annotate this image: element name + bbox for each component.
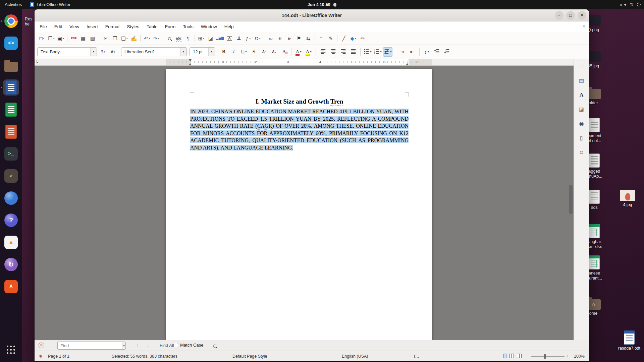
insert-field-button[interactable]: ƒ▾ <box>244 34 253 43</box>
clock[interactable]: Jun 4 10:59 <box>308 0 336 9</box>
insert-special-character-button[interactable]: Ω▾ <box>253 34 262 43</box>
menu-table[interactable]: Table <box>143 21 161 32</box>
insert-endnote-button[interactable]: aⁿ <box>285 34 294 43</box>
font-name-combobox[interactable]: Liberation Serif ▾ <box>121 47 187 56</box>
dock-item-gimp[interactable]: ✐ <box>3 168 19 184</box>
sidebar-properties-button[interactable]: ▤ <box>577 75 587 85</box>
title-bar[interactable]: 144.odt - LibreOffice Writer − □ ✕ <box>35 9 589 21</box>
dropdown-arrow-icon[interactable]: ▾ <box>370 50 371 53</box>
no-list-button[interactable]: ▾ <box>383 47 392 57</box>
dock-item-ubuntu-software[interactable]: A <box>3 279 19 295</box>
match-case-checkbox[interactable]: Match Case <box>174 343 203 348</box>
menu-styles[interactable]: Styles <box>123 21 143 32</box>
dropdown-arrow-icon[interactable]: ▾ <box>53 37 55 40</box>
insert-bookmark-button[interactable]: ⚑ <box>294 34 304 43</box>
zoom-slider[interactable] <box>531 356 565 357</box>
decrease-indent-button[interactable]: ⇤ <box>408 47 417 57</box>
find-input[interactable] <box>58 342 122 349</box>
line-spacing-button[interactable]: ↕▾ <box>422 47 431 57</box>
dock-item-help[interactable]: ? <box>3 212 19 228</box>
copy-button[interactable]: ❐ <box>110 34 120 43</box>
insert-text-box-button[interactable]: A <box>225 34 234 43</box>
document-text[interactable]: I. Market Size and Growth Tren IN 2023, … <box>190 93 409 151</box>
word-count-field[interactable]: Selected: 55 words, 383 characters <box>112 354 177 359</box>
menu-help[interactable]: Help <box>221 21 237 32</box>
update-style-button[interactable]: ↻ <box>98 47 108 57</box>
insert-page-break-button[interactable]: ⇊ <box>234 34 244 43</box>
menu-window[interactable]: Window <box>197 21 221 32</box>
dock-item-software-updater[interactable]: ↻ <box>3 256 19 273</box>
menu-view[interactable]: View <box>66 21 83 32</box>
page-number-field[interactable]: Page 1 of 1 <box>48 354 69 359</box>
font-color-button[interactable]: A▾ <box>294 47 303 57</box>
menu-format[interactable]: Format <box>102 21 123 32</box>
insert-mode-field[interactable]: I… <box>414 354 419 359</box>
insert-table-button[interactable]: ⊞▾ <box>197 34 206 43</box>
language-field[interactable]: English (USA) <box>342 354 368 359</box>
insert-image-button[interactable]: ◪ <box>206 34 215 43</box>
find-all-button[interactable]: Find All <box>160 343 174 348</box>
paste-button[interactable]: ❑▾ <box>120 34 129 43</box>
sidebar-accessibility-check-button[interactable]: ☺ <box>577 147 587 158</box>
menu-file[interactable]: File <box>36 21 51 32</box>
insert-chart-button[interactable]: ▂▅▇ <box>215 34 225 43</box>
dropdown-arrow-icon[interactable]: ▾ <box>300 50 301 53</box>
superscript-button[interactable]: A² <box>259 47 269 57</box>
find-and-replace-button[interactable] <box>165 34 174 43</box>
dock-item-web-browser[interactable] <box>3 190 19 206</box>
find-and-replace-button[interactable] <box>213 343 216 349</box>
export-pdf-button[interactable]: PDF <box>69 34 78 43</box>
dropdown-arrow-icon[interactable]: ▾ <box>390 50 391 53</box>
page-style-field[interactable]: Default Page Style <box>232 354 267 359</box>
dropdown-arrow-icon[interactable]: ▾ <box>149 37 150 40</box>
sidebar-sidebar-settings-button[interactable]: ≡ <box>577 61 587 71</box>
focused-app-menu[interactable]: LibreOffice Writer <box>26 0 74 9</box>
menu-form[interactable]: Form <box>161 21 179 32</box>
checkbox[interactable] <box>174 343 178 347</box>
show-applications-button[interactable] <box>3 342 19 358</box>
dropdown-arrow-icon[interactable]: ▾ <box>90 48 97 56</box>
dropdown-arrow-icon[interactable]: ▾ <box>158 37 159 40</box>
dropdown-arrow-icon[interactable]: ▾ <box>310 50 311 53</box>
dock-item-files[interactable] <box>3 57 19 73</box>
close-find-bar-button[interactable]: ✕ <box>39 343 44 348</box>
track-changes-button[interactable]: ✎ <box>326 34 335 43</box>
highlighting-color-button[interactable]: A▾ <box>304 47 313 57</box>
print-button[interactable]: ▦ <box>78 34 88 43</box>
left-indent-marker[interactable] <box>189 63 192 65</box>
sidebar-page-button[interactable]: ▯ <box>577 133 587 143</box>
dock-item-libreoffice-writer[interactable] <box>3 79 19 96</box>
new-style-button[interactable]: A+ <box>108 47 118 57</box>
decrease-paragraph-spacing-button[interactable] <box>442 47 451 57</box>
document-heading[interactable]: I. Market Size and Growth Tren <box>190 98 409 106</box>
scrollbar-thumb[interactable] <box>569 185 573 214</box>
dropdown-arrow-icon[interactable]: ▾ <box>208 48 215 56</box>
document-modified-icon[interactable] <box>39 355 42 358</box>
first-line-indent-marker[interactable] <box>189 59 192 62</box>
document-area[interactable]: I. Market Size and Growth Tren IN 2023, … <box>35 66 574 340</box>
insert-line-button[interactable]: ╱ <box>339 34 348 43</box>
dropdown-arrow-icon[interactable]: ▾ <box>122 342 125 349</box>
align-right-button[interactable] <box>338 47 348 57</box>
single-page-view-button[interactable] <box>503 354 506 358</box>
dock-item-chrome[interactable] <box>3 13 19 29</box>
dropdown-arrow-icon[interactable]: ▾ <box>259 37 261 40</box>
bold-button[interactable]: B <box>219 47 228 57</box>
tab-stop-selector[interactable]: L <box>36 60 39 64</box>
sidebar-gallery-button[interactable]: ◪ <box>577 104 587 114</box>
desktop-icon-4-jpg[interactable]: 4.jpg <box>618 190 637 207</box>
ordered-list-button[interactable]: 123▾ <box>373 47 382 57</box>
document-paragraph[interactable]: IN 2023, CHINA'S ONLINE EDUCATION MARKET… <box>190 108 409 151</box>
system-tray[interactable]: ⇅ <box>624 0 641 9</box>
activities-button[interactable]: Activities <box>0 0 26 9</box>
close-document-button[interactable]: ✕ <box>582 24 586 29</box>
menu-edit[interactable]: Edit <box>51 21 66 32</box>
cut-button[interactable]: ✂ <box>101 34 110 43</box>
right-indent-marker[interactable] <box>406 63 409 65</box>
dock-item-libreoffice-impress[interactable] <box>3 124 19 140</box>
justified-button[interactable] <box>348 47 358 57</box>
dropdown-arrow-icon[interactable]: ▾ <box>249 37 251 40</box>
formatting-marks-button[interactable]: ¶ <box>183 34 193 43</box>
close-button[interactable]: ✕ <box>578 11 586 20</box>
maximize-button[interactable]: □ <box>566 11 575 20</box>
